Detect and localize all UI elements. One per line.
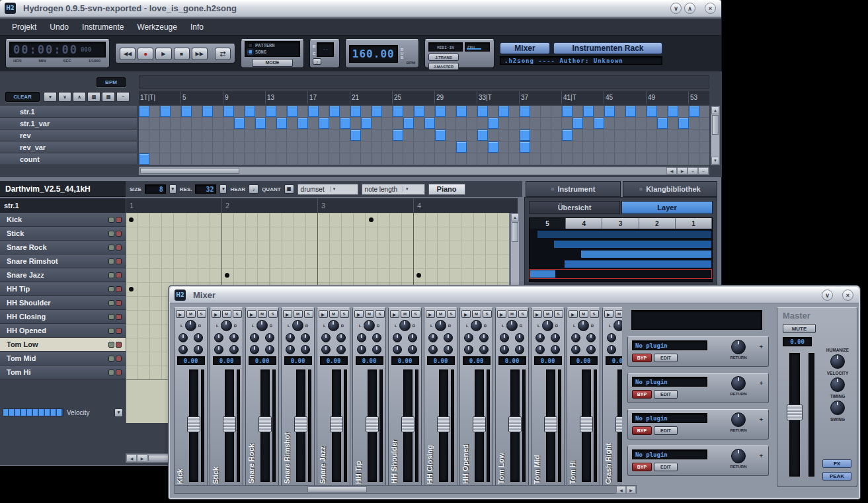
channel-solo-button[interactable]: S bbox=[268, 310, 278, 318]
song-cell[interactable] bbox=[403, 106, 414, 117]
song-cell[interactable] bbox=[456, 141, 467, 153]
song-cell[interactable] bbox=[625, 153, 636, 165]
song-cell[interactable] bbox=[689, 106, 699, 117]
fx-send-knob-2[interactable] bbox=[586, 333, 596, 342]
piano-button[interactable]: Piano bbox=[428, 184, 465, 195]
fx-send-knob-3[interactable] bbox=[571, 345, 580, 354]
song-cell[interactable] bbox=[689, 130, 699, 141]
song-cell[interactable] bbox=[192, 118, 202, 129]
timeline-ruler[interactable]: 1T|T| 5 9 13 17 21 25 29 33|T 37 41|T 45… bbox=[139, 91, 709, 104]
channel-mute-button[interactable]: M bbox=[401, 310, 410, 318]
rewind-button[interactable]: ◀◀ bbox=[120, 48, 136, 60]
channel-mute-button[interactable]: M bbox=[543, 310, 553, 318]
song-cell[interactable] bbox=[678, 118, 689, 129]
song-cell[interactable] bbox=[647, 141, 657, 153]
song-cell[interactable] bbox=[181, 153, 192, 165]
play-button[interactable]: ▶ bbox=[155, 48, 171, 60]
song-cell[interactable] bbox=[668, 141, 678, 153]
song-cell[interactable] bbox=[149, 153, 160, 165]
pan-knob[interactable] bbox=[185, 320, 196, 331]
pan-knob[interactable] bbox=[292, 320, 303, 331]
scroll-down-arrow[interactable]: ▼ bbox=[711, 157, 719, 165]
song-cell[interactable] bbox=[424, 141, 435, 153]
beat-counter-sound-icon[interactable]: ♪ bbox=[313, 58, 321, 65]
channel-solo-button[interactable]: S bbox=[411, 310, 420, 318]
fx-send-knob-3[interactable] bbox=[250, 345, 259, 354]
instrument-solo-led[interactable] bbox=[116, 300, 122, 306]
fx-plugin-display[interactable]: No plugin bbox=[632, 449, 707, 459]
instrument-row[interactable]: Snare Rock bbox=[0, 241, 126, 254]
note-dot[interactable] bbox=[129, 217, 134, 222]
humanize-timing-knob[interactable] bbox=[830, 377, 845, 392]
song-cell[interactable] bbox=[520, 106, 530, 117]
song-cell[interactable] bbox=[699, 153, 709, 165]
song-cell[interactable] bbox=[340, 153, 350, 165]
song-cell[interactable] bbox=[192, 153, 202, 165]
song-cell[interactable] bbox=[583, 141, 594, 153]
scroll-up-arrow[interactable]: ▲ bbox=[711, 106, 719, 114]
layer-row[interactable] bbox=[530, 240, 711, 249]
instrument-solo-led[interactable] bbox=[116, 328, 122, 334]
song-cell[interactable] bbox=[647, 130, 657, 141]
song-cell[interactable] bbox=[181, 118, 192, 129]
song-cell[interactable] bbox=[456, 130, 467, 141]
song-cell[interactable] bbox=[551, 141, 562, 153]
tab-layer[interactable]: Layer bbox=[621, 201, 713, 214]
song-cell[interactable] bbox=[255, 153, 266, 165]
fx-send-knob-2[interactable] bbox=[551, 333, 560, 342]
fx-plugin-display[interactable]: No plugin bbox=[632, 340, 707, 350]
song-cell[interactable] bbox=[520, 118, 530, 129]
song-cell[interactable] bbox=[329, 130, 340, 141]
song-cell[interactable] bbox=[435, 118, 446, 129]
instrument-row[interactable]: Tom Low bbox=[0, 338, 126, 352]
song-cell[interactable] bbox=[149, 141, 160, 153]
song-cell[interactable] bbox=[435, 141, 446, 153]
fx-send-knob-1[interactable] bbox=[321, 333, 331, 342]
fx-plugin-display[interactable]: No plugin bbox=[632, 413, 707, 423]
instrument-solo-led[interactable] bbox=[116, 245, 122, 251]
song-cell[interactable] bbox=[446, 106, 456, 117]
channel-play-button[interactable]: ▶ bbox=[497, 310, 506, 318]
song-cell[interactable] bbox=[678, 130, 689, 141]
channel-mute-button[interactable]: M bbox=[579, 310, 588, 318]
song-cell[interactable] bbox=[393, 118, 403, 129]
song-cell[interactable] bbox=[403, 118, 414, 129]
note-dot[interactable] bbox=[225, 273, 229, 278]
volume-fader-handle[interactable] bbox=[473, 416, 486, 432]
song-cell[interactable] bbox=[498, 130, 509, 141]
song-pattern-grid[interactable] bbox=[139, 106, 709, 165]
close-button[interactable]: × bbox=[842, 290, 853, 301]
fx-send-knob-2[interactable] bbox=[301, 333, 310, 342]
song-cell[interactable] bbox=[350, 153, 361, 165]
fx-plugin-display[interactable]: No plugin bbox=[632, 377, 707, 387]
song-cell[interactable] bbox=[171, 130, 181, 141]
song-cell[interactable] bbox=[223, 141, 234, 153]
fx-send-knob-4[interactable] bbox=[301, 345, 310, 354]
stop-button[interactable]: ■ bbox=[174, 48, 190, 60]
song-tool-button[interactable]: ∧ bbox=[73, 92, 86, 102]
volume-fader-handle[interactable] bbox=[366, 416, 379, 432]
instrument-solo-led[interactable] bbox=[116, 342, 122, 348]
song-cell[interactable] bbox=[139, 130, 149, 141]
song-cell[interactable] bbox=[361, 153, 372, 165]
song-cell[interactable] bbox=[160, 141, 171, 153]
song-cell[interactable] bbox=[689, 141, 699, 153]
song-cell[interactable] bbox=[234, 141, 245, 153]
song-cell[interactable] bbox=[319, 141, 329, 153]
song-cell[interactable] bbox=[615, 130, 625, 141]
song-cell[interactable] bbox=[488, 141, 498, 153]
channel-play-button[interactable]: ▶ bbox=[283, 310, 292, 318]
channel-mute-button[interactable]: M bbox=[186, 310, 196, 318]
song-cell[interactable] bbox=[202, 118, 213, 129]
close-button[interactable]: × bbox=[705, 3, 716, 14]
fx-send-knob-2[interactable] bbox=[229, 333, 239, 342]
song-cell[interactable] bbox=[678, 141, 689, 153]
song-cell[interactable] bbox=[181, 130, 192, 141]
song-cell[interactable] bbox=[287, 153, 297, 165]
song-cell[interactable] bbox=[297, 118, 308, 129]
song-cell[interactable] bbox=[477, 118, 488, 129]
fx-send-knob-1[interactable] bbox=[500, 333, 509, 342]
song-cell[interactable] bbox=[266, 130, 276, 141]
song-cell[interactable] bbox=[329, 118, 340, 129]
fx-send-knob-3[interactable] bbox=[535, 345, 545, 354]
